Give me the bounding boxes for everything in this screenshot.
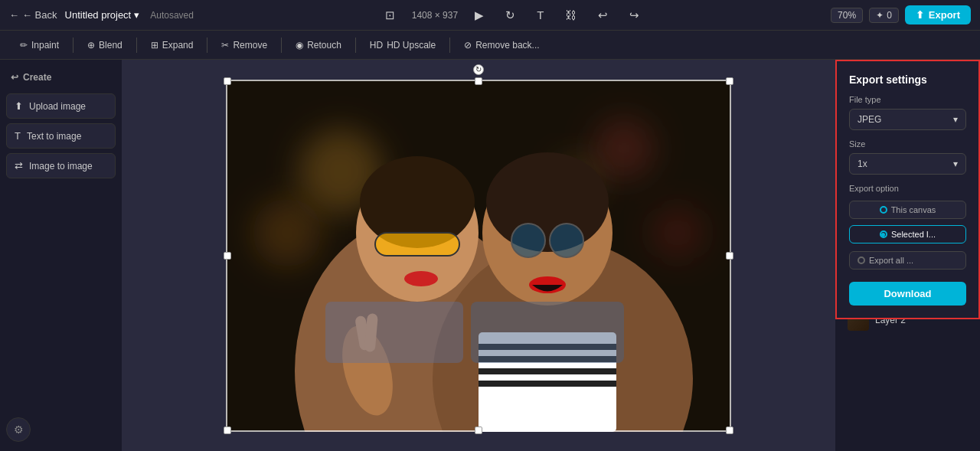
file-type-chevron: ▾ [953, 114, 958, 125]
selected-radio [880, 230, 887, 238]
photo-svg [226, 80, 731, 432]
tool-separator-3 [207, 38, 207, 53]
toolbar: ✏ Inpaint ⊕ Blend ⊞ Expand ✂ Remove ◉ Re… [0, 31, 980, 60]
svg-point-14 [486, 152, 609, 252]
svg-point-16 [550, 224, 583, 257]
selected-layer-button[interactable]: Selected I... [849, 225, 966, 243]
chevron-icon: ▾ [134, 9, 139, 21]
svg-rect-10 [375, 233, 459, 256]
expand-label: Expand [162, 40, 194, 51]
text-to-image-button[interactable]: T Text to image [6, 123, 116, 149]
upscale-label: HD Upscale [387, 40, 436, 51]
svg-rect-22 [479, 381, 616, 387]
create-header: ↩ Create [6, 69, 116, 86]
canvas-photo [226, 80, 731, 432]
export-label: Export [929, 9, 960, 21]
export-option-row: This canvas Selected I... [849, 201, 966, 243]
redo-icon[interactable]: ↪ [625, 5, 644, 25]
size-chevron: ▾ [953, 159, 958, 169]
export-all-button[interactable]: Export all ... [849, 251, 966, 270]
project-name-container[interactable]: Untitled project ▾ [65, 9, 140, 21]
blend-button[interactable]: ⊕ Blend [80, 37, 130, 54]
export-all-label: Export all ... [869, 256, 913, 265]
selected-label: Selected I... [891, 230, 936, 239]
create-icon: ↩ [11, 72, 18, 83]
undo-icon[interactable]: ↩ [593, 5, 612, 25]
remove-bg-icon: ⊘ [464, 40, 472, 51]
svg-point-15 [511, 224, 545, 257]
tool-separator-6 [449, 38, 450, 53]
canvas-area[interactable]: ↻ [122, 60, 835, 451]
main-content: ↩ Create ⬆ Upload image T Text to image … [0, 60, 980, 451]
remove-icon: ✂ [221, 40, 229, 51]
back-button[interactable]: ← ← Back [9, 9, 57, 21]
blend-label: Blend [99, 40, 122, 51]
left-sidebar: ↩ Create ⬆ Upload image T Text to image … [0, 60, 122, 451]
image-to-image-button[interactable]: ⇄ Image to image [6, 153, 116, 178]
file-type-group: File type JPEG ▾ [849, 95, 966, 130]
tool-separator-1 [73, 38, 74, 53]
tool-separator-5 [355, 38, 356, 53]
file-type-select[interactable]: JPEG ▾ [849, 109, 966, 130]
export-settings-title: Export settings [849, 74, 966, 86]
inpaint-button[interactable]: ✏ Inpaint [12, 37, 67, 54]
size-value: 1x [858, 159, 867, 169]
export-option-group: Export option This canvas Selected I... … [849, 184, 966, 270]
remove-button[interactable]: ✂ Remove [214, 37, 275, 54]
remove-label: Remove [233, 40, 267, 51]
this-canvas-label: This canvas [891, 205, 936, 214]
upscale-button[interactable]: HD HD Upscale [362, 37, 443, 54]
upload-icon: ⬆ [15, 100, 23, 112]
retouch-label: Retouch [307, 40, 341, 51]
link-icon[interactable]: ⛓ [560, 5, 581, 25]
autosaved-label: Autosaved [150, 10, 194, 21]
tool-separator-4 [281, 38, 282, 53]
size-group: Size 1x ▾ [849, 139, 966, 175]
inpaint-label: Inpaint [31, 40, 59, 51]
text-tool-icon[interactable]: T [532, 5, 548, 25]
tool-separator-2 [136, 38, 137, 53]
export-settings-panel: Export settings File type JPEG ▾ Size 1x… [835, 60, 980, 319]
play-icon[interactable]: ▶ [470, 5, 488, 25]
image-to-image-label: Image to image [29, 161, 93, 172]
canvas-frame-icon[interactable]: ⊡ [381, 5, 400, 25]
remove-bg-label: Remove back... [475, 40, 539, 51]
retouch-button[interactable]: ◉ Retouch [288, 37, 349, 54]
canvas-size-label: 1408 × 937 [412, 10, 458, 21]
refresh-icon[interactable]: ↻ [501, 5, 520, 25]
project-title: Untitled project [65, 9, 132, 21]
download-label: Download [884, 288, 931, 299]
top-bar-center: ⊡ 1408 × 937 ▶ ↻ T ⛓ ↩ ↪ [201, 5, 823, 25]
export-button[interactable]: ⬆ Export [905, 5, 971, 25]
canvas-wrapper: ↻ [226, 80, 731, 432]
blend-icon: ⊕ [87, 40, 95, 51]
svg-rect-23 [471, 302, 624, 363]
zoom-selector[interactable]: 70% [831, 8, 863, 23]
ai-credits-count: 0 [887, 10, 892, 21]
expand-icon: ⊞ [151, 40, 158, 51]
export-all-radio [858, 257, 865, 264]
this-canvas-radio [880, 206, 887, 214]
file-type-label: File type [849, 95, 966, 104]
create-label: Create [23, 72, 51, 83]
expand-button[interactable]: ⊞ Expand [143, 37, 201, 54]
retouch-icon: ◉ [296, 40, 303, 51]
zoom-level: 70% [838, 10, 856, 21]
download-button[interactable]: Download [849, 282, 966, 306]
export-option-label: Export option [849, 184, 966, 193]
size-select[interactable]: 1x ▾ [849, 153, 966, 175]
text-to-image-label: Text to image [27, 131, 81, 142]
top-bar: ← ← Back Untitled project ▾ Autosaved ⊡ … [0, 0, 980, 31]
top-bar-actions: 70% ✦ 0 ⬆ Export [831, 5, 971, 25]
inpaint-icon: ✏ [20, 40, 28, 51]
rotate-handle[interactable]: ↻ [473, 64, 484, 75]
upload-image-button[interactable]: ⬆ Upload image [6, 93, 116, 119]
text-icon: T [15, 130, 21, 142]
remove-bg-button[interactable]: ⊘ Remove back... [456, 37, 547, 54]
this-canvas-button[interactable]: This canvas [849, 201, 966, 219]
ai-credits-badge: ✦ 0 [869, 8, 899, 23]
svg-rect-27 [325, 302, 463, 363]
right-panel: Export settings File type JPEG ▾ Size 1x… [835, 60, 980, 451]
settings-button[interactable]: ⚙ [6, 417, 31, 442]
export-icon: ⬆ [916, 9, 924, 21]
